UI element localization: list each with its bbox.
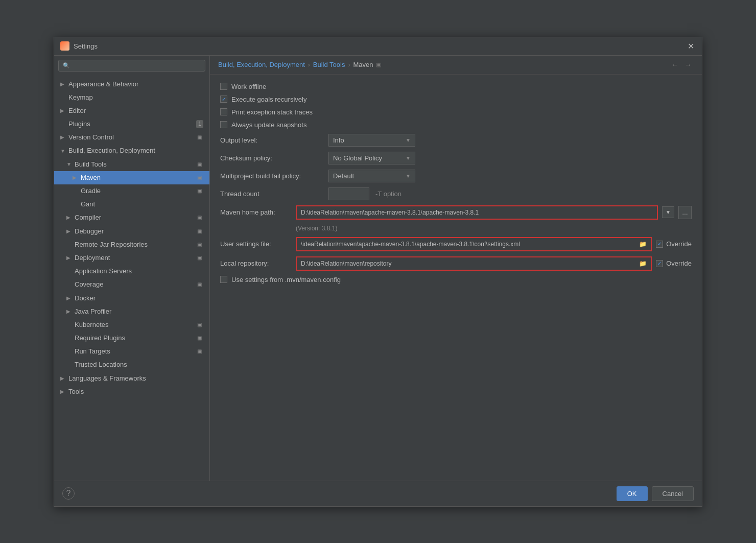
sidebar-item-label: Compiler xyxy=(75,213,101,222)
sidebar-item-languages[interactable]: ▶ Languages & Frameworks xyxy=(54,372,209,385)
sidebar-item-run-targets[interactable]: Run Targets ▣ xyxy=(54,345,209,358)
checksum-policy-label: Checksum policy: xyxy=(220,154,322,162)
sidebar-item-label: Appearance & Behavior xyxy=(68,80,138,89)
user-settings-input[interactable]: \ideaRelation\maven\apache-maven-3.8.1\a… xyxy=(296,237,652,251)
breadcrumb-part-1[interactable]: Build, Execution, Deployment xyxy=(218,61,305,68)
print-exception-checkbox[interactable] xyxy=(220,108,227,115)
checksum-policy-dropdown[interactable]: No Global Policy ▼ xyxy=(328,152,415,164)
breadcrumb-menu-icon[interactable]: ▣ xyxy=(376,61,381,68)
sidebar-item-keymap[interactable]: Keymap xyxy=(54,91,209,104)
sidebar-item-label: Application Servers xyxy=(75,267,132,276)
t-option-label: -T option xyxy=(375,190,401,198)
search-box[interactable]: 🔍 xyxy=(58,60,205,72)
maven-home-input[interactable]: D:\ideaRelation\maven\apache-maven-3.8.1… xyxy=(296,205,658,220)
arrow-icon: ▶ xyxy=(60,388,66,395)
sidebar-item-label: Languages & Frameworks xyxy=(68,374,146,383)
breadcrumb: Build, Execution, Deployment › Build Too… xyxy=(210,56,702,75)
always-update-checkbox[interactable] xyxy=(220,121,227,128)
sidebar-item-coverage[interactable]: Coverage ▣ xyxy=(54,278,209,291)
sidebar-item-editor[interactable]: ▶ Editor xyxy=(54,104,209,117)
sidebar-item-label: Build, Execution, Deployment xyxy=(68,146,155,155)
execute-goals-label: Execute goals recursively xyxy=(231,96,306,103)
local-repository-input[interactable]: D:\ideaRelation\maven\repository 📁 xyxy=(296,256,652,271)
sidebar-item-gant[interactable]: Gant xyxy=(54,198,209,211)
multiproject-policy-dropdown[interactable]: Default ▼ xyxy=(328,170,415,182)
output-level-value: Info xyxy=(333,136,344,144)
arrow-placeholder xyxy=(66,348,73,355)
user-settings-row: User settings file: \ideaRelation\maven\… xyxy=(220,237,692,251)
sync-icon: ▣ xyxy=(197,348,203,355)
arrow-placeholder xyxy=(73,201,79,208)
sidebar-item-label: Docker xyxy=(75,294,96,303)
sidebar-item-gradle[interactable]: Gradle ▣ xyxy=(54,184,209,198)
sidebar-item-label: Remote Jar Repositories xyxy=(75,240,148,249)
work-offline-checkbox[interactable] xyxy=(220,83,227,90)
sidebar-item-label: Required Plugins xyxy=(75,334,125,343)
sidebar-item-compiler[interactable]: ▶ Compiler ▣ xyxy=(54,211,209,224)
thread-count-label: Thread count xyxy=(220,190,322,198)
sync-icon: ▣ xyxy=(197,134,203,141)
ok-button[interactable]: OK xyxy=(617,486,648,501)
breadcrumb-part-2[interactable]: Build Tools xyxy=(313,61,345,68)
arrow-placeholder xyxy=(60,121,66,128)
arrow-icon: ▶ xyxy=(66,254,73,262)
local-repository-override: Override xyxy=(656,259,692,267)
sidebar-item-label: Gant xyxy=(81,200,95,209)
user-settings-value: \ideaRelation\maven\apache-maven-3.8.1\a… xyxy=(301,241,520,248)
sidebar-item-kubernetes[interactable]: Kubernetes ▣ xyxy=(54,318,209,332)
sync-icon: ▣ xyxy=(197,174,203,181)
print-exception-row: Print exception stack traces xyxy=(220,108,692,116)
nav-back-button[interactable]: ← xyxy=(669,60,680,70)
sidebar-item-remote-jar[interactable]: Remote Jar Repositories ▣ xyxy=(54,238,209,251)
local-repository-override-checkbox[interactable] xyxy=(656,260,663,267)
breadcrumb-sep-2: › xyxy=(348,61,350,68)
sidebar-item-label: Plugins xyxy=(68,120,90,129)
sidebar-item-plugins[interactable]: Plugins 1 xyxy=(54,117,209,131)
sidebar-item-maven[interactable]: ▶ Maven ▣ xyxy=(54,171,209,184)
always-update-label: Always update snapshots xyxy=(231,121,306,129)
nav-forward-button[interactable]: → xyxy=(682,60,694,70)
sidebar-item-trusted-locations[interactable]: Trusted Locations xyxy=(54,358,209,371)
sidebar-item-docker[interactable]: ▶ Docker xyxy=(54,292,209,305)
multiproject-policy-label: Multiproject build fail policy: xyxy=(220,172,322,180)
sidebar-item-label: Gradle xyxy=(81,186,101,196)
sidebar-item-required-plugins[interactable]: Required Plugins ▣ xyxy=(54,332,209,345)
sidebar-item-version-control[interactable]: ▶ Version Control ▣ xyxy=(54,131,209,144)
sidebar-item-tools[interactable]: ▶ Tools xyxy=(54,385,209,398)
sidebar-item-java-profiler[interactable]: ▶ Java Profiler xyxy=(54,305,209,318)
maven-home-browse-button[interactable]: … xyxy=(678,206,692,219)
sidebar-item-label: Tools xyxy=(68,387,84,396)
sidebar-item-label: Editor xyxy=(68,106,86,115)
nav-arrows: ← → xyxy=(669,60,694,70)
close-button[interactable]: ✕ xyxy=(686,41,696,51)
user-settings-override-checkbox[interactable] xyxy=(656,241,663,248)
sidebar-item-build-tools[interactable]: ▼ Build Tools ▣ xyxy=(54,158,209,171)
cancel-button[interactable]: Cancel xyxy=(652,486,694,501)
sidebar-item-appearance[interactable]: ▶ Appearance & Behavior xyxy=(54,78,209,91)
main-content: Build, Execution, Deployment › Build Too… xyxy=(210,56,702,481)
sidebar-item-build-execution[interactable]: ▼ Build, Execution, Deployment xyxy=(54,144,209,157)
thread-count-input[interactable] xyxy=(328,187,369,200)
maven-home-dropdown-button[interactable]: ▼ xyxy=(662,206,674,218)
dialog-footer: ? OK Cancel xyxy=(54,481,702,506)
multiproject-policy-row: Multiproject build fail policy: Default … xyxy=(220,170,692,182)
sync-icon: ▣ xyxy=(197,187,203,195)
sidebar-tree: ▶ Appearance & Behavior Keymap ▶ Editor … xyxy=(54,76,209,481)
output-level-row: Output level: Info ▼ xyxy=(220,134,692,147)
output-level-dropdown[interactable]: Info ▼ xyxy=(328,134,415,147)
sync-icon: ▣ xyxy=(197,335,203,342)
sidebar-item-debugger[interactable]: ▶ Debugger ▣ xyxy=(54,225,209,238)
arrow-placeholder xyxy=(66,281,73,288)
sidebar-item-deployment[interactable]: ▶ Deployment ▣ xyxy=(54,251,209,265)
dialog-body: 🔍 ▶ Appearance & Behavior Keymap ▶ Edito… xyxy=(54,56,702,481)
use-settings-checkbox[interactable] xyxy=(220,276,227,283)
execute-goals-checkbox[interactable] xyxy=(220,96,227,103)
arrow-icon: ▼ xyxy=(60,148,66,155)
arrow-icon: ▶ xyxy=(73,174,79,181)
sidebar-item-app-servers[interactable]: Application Servers xyxy=(54,265,209,278)
sync-icon: ▣ xyxy=(197,214,203,221)
help-button[interactable]: ? xyxy=(62,487,75,500)
maven-home-label: Maven home path: xyxy=(220,208,292,216)
use-settings-row: Use settings from .mvn/maven.config xyxy=(220,276,692,284)
arrow-placeholder xyxy=(73,187,79,195)
